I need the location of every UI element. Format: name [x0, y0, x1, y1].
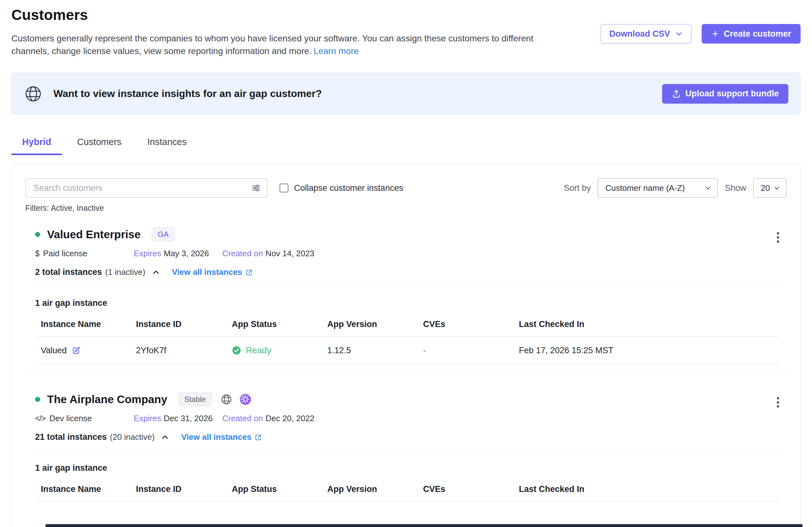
search-customers: [25, 178, 267, 198]
customer-section-the-airplane-company: The Airplane Company Stable: [25, 392, 787, 501]
create-customer-button[interactable]: Create customer: [702, 24, 801, 44]
collapse-checkbox[interactable]: [279, 184, 288, 192]
cves-value: -: [423, 346, 519, 356]
instance-row: Valued 2YfoK7f Ready 1.12.5 - Feb: [35, 336, 780, 365]
created-on-field: Created onNov 14, 2023: [222, 249, 780, 258]
view-all-instances-label: View all instances: [181, 432, 251, 442]
tab-instances[interactable]: Instances: [136, 133, 197, 155]
show-select[interactable]: 20: [753, 178, 787, 198]
created-on-label: Created on: [222, 249, 263, 258]
filter-sliders-icon[interactable]: [251, 183, 261, 193]
divider: [35, 285, 780, 286]
customer-name[interactable]: The Airplane Company: [47, 393, 167, 406]
expires-date: May 3, 2026: [164, 249, 209, 258]
expires-field: ExpiresDec 31, 2026: [134, 413, 222, 423]
customers-card: Collapse customer instances Sort by Cust…: [11, 164, 801, 527]
chevron-down-icon: [773, 184, 780, 192]
customer-divider: [25, 370, 787, 370]
divider: [35, 450, 780, 451]
collapse-instances-control[interactable]: Collapse customer instances: [279, 183, 403, 193]
sort-select[interactable]: Customer name (A-Z): [598, 178, 718, 198]
collapse-chevron-up-icon[interactable]: [152, 268, 160, 276]
air-gap-instance-label: 1 air gap instance: [35, 463, 780, 473]
instance-table-header: Instance Name Instance ID App Status App…: [35, 484, 780, 501]
download-csv-button[interactable]: Download CSV: [600, 24, 692, 44]
code-icon: </>: [35, 414, 45, 423]
view-all-instances-link[interactable]: View all instances: [181, 432, 262, 442]
col-cves: CVEs: [423, 319, 519, 329]
show-label: Show: [725, 183, 746, 193]
col-instance-id: Instance ID: [136, 319, 232, 329]
customers-page: Customers Customers generally represent …: [0, 0, 812, 527]
col-app-status: App Status: [232, 319, 327, 329]
license-row: $ Paid license ExpiresMay 3, 2026 Create…: [35, 249, 780, 258]
page-header: Customers Customers generally represent …: [11, 6, 801, 58]
page-title: Customers: [11, 6, 562, 24]
edit-icon[interactable]: [72, 346, 81, 355]
collapse-checkbox-label: Collapse customer instances: [294, 183, 403, 193]
plus-icon: [711, 30, 719, 38]
active-status-dot: [35, 397, 40, 402]
channel-badge: GA: [151, 227, 175, 242]
inactive-instances-note: (1 inactive): [105, 267, 145, 277]
kebab-menu-button[interactable]: [773, 230, 783, 245]
created-on-date: Dec 20, 2022: [266, 413, 315, 423]
app-version: 1.12.5: [327, 346, 423, 356]
app-status-text: Ready: [246, 345, 271, 356]
sort-select-value: Customer name (A-Z): [605, 183, 685, 193]
tab-hybrid[interactable]: Hybrid: [11, 133, 62, 155]
customer-header: Valued Enterprise GA: [35, 227, 780, 242]
active-filters-text: Filters: Active, Inactive: [25, 204, 787, 213]
banner-title: Want to view instance insights for an ai…: [54, 88, 322, 100]
last-checked-in: Feb 17, 2026 15:25 MST: [519, 346, 780, 356]
instance-name: Valued: [41, 346, 67, 356]
view-all-instances-link[interactable]: View all instances: [172, 267, 253, 277]
instances-summary-row: 21 total instances (20 inactive) View al…: [35, 432, 780, 442]
col-instance-name: Instance Name: [41, 319, 136, 329]
instance-table: Instance Name Instance ID App Status App…: [35, 484, 780, 501]
instance-table: Instance Name Instance ID App Status App…: [35, 319, 780, 365]
external-link-icon: [255, 434, 262, 441]
expires-field: ExpiresMay 3, 2026: [134, 249, 222, 258]
customer-name[interactable]: Valued Enterprise: [47, 228, 141, 241]
kebab-menu-button[interactable]: [773, 395, 783, 410]
toolbar: Collapse customer instances Sort by Cust…: [25, 178, 787, 198]
license-type-label: Dev license: [49, 413, 92, 423]
globe-icon: [24, 84, 43, 103]
create-customer-label: Create customer: [724, 29, 791, 39]
col-app-status: App Status: [232, 484, 327, 494]
instance-table-header: Instance Name Instance ID App Status App…: [35, 319, 780, 336]
license-type-label: Paid license: [43, 249, 87, 258]
customer-header: The Airplane Company Stable: [35, 392, 780, 407]
total-instances-count: 21 total instances: [35, 432, 107, 442]
page-description-text: Customers generally represent the compan…: [11, 33, 533, 56]
page-description: Customers generally represent the compan…: [11, 32, 562, 58]
license-type: $ Paid license: [35, 249, 134, 258]
check-circle-icon: [232, 346, 241, 355]
tab-bar: Hybrid Customers Instances: [11, 133, 801, 155]
collapse-chevron-up-icon[interactable]: [161, 433, 169, 441]
upload-support-bundle-button[interactable]: Upload support bundle: [662, 84, 788, 104]
tab-customers[interactable]: Customers: [67, 133, 132, 155]
learn-more-link[interactable]: Learn more: [313, 46, 359, 56]
col-cves: CVEs: [423, 484, 519, 494]
instance-id: 2YfoK7f: [136, 346, 232, 356]
col-last-checked-in: Last Checked In: [519, 319, 780, 329]
created-on-field: Created onDec 20, 2022: [222, 413, 780, 423]
instances-summary-row: 2 total instances (1 inactive) View all …: [35, 267, 780, 277]
search-input[interactable]: [25, 178, 267, 198]
created-on-label: Created on: [222, 413, 263, 423]
col-app-version: App Version: [327, 484, 423, 494]
app-status-cell: Ready: [232, 345, 327, 356]
expires-date: Dec 31, 2026: [164, 413, 213, 423]
col-last-checked-in: Last Checked In: [519, 484, 780, 494]
globe-icon: [220, 393, 232, 405]
expires-label: Expires: [134, 413, 161, 423]
col-app-version: App Version: [327, 319, 423, 329]
total-instances-count: 2 total instances: [35, 267, 102, 277]
upload-icon: [672, 89, 681, 99]
helm-icon: [240, 393, 251, 405]
partially-visible-bottom-bar: [45, 524, 802, 527]
instance-name-cell: Valued: [41, 346, 136, 356]
download-csv-label: Download CSV: [609, 29, 670, 39]
